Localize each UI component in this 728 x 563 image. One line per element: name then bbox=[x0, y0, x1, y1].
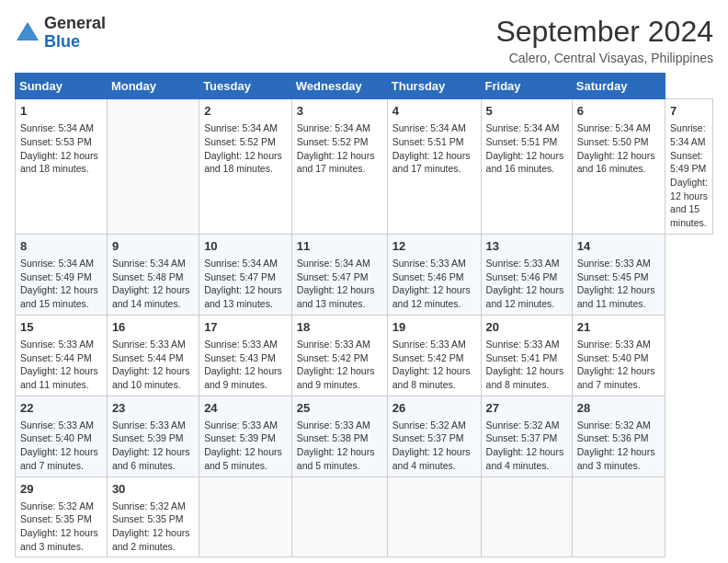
table-row: 7Sunrise: 5:34 AM Sunset: 5:49 PM Daylig… bbox=[665, 99, 713, 235]
table-row: 18Sunrise: 5:33 AM Sunset: 5:42 PM Dayli… bbox=[291, 315, 387, 396]
table-row: 1Sunrise: 5:34 AM Sunset: 5:53 PM Daylig… bbox=[16, 99, 108, 235]
svg-marker-1 bbox=[18, 25, 37, 40]
col-wednesday: Wednesday bbox=[291, 74, 387, 99]
table-row: 10Sunrise: 5:34 AM Sunset: 5:47 PM Dayli… bbox=[199, 234, 292, 315]
logo-text-general: General bbox=[44, 15, 106, 33]
calendar-table: Sunday Monday Tuesday Wednesday Thursday… bbox=[15, 73, 713, 557]
calendar-header-row: Sunday Monday Tuesday Wednesday Thursday… bbox=[16, 74, 713, 99]
table-row: 26Sunrise: 5:32 AM Sunset: 5:37 PM Dayli… bbox=[387, 396, 481, 477]
table-row bbox=[572, 477, 665, 557]
table-row: 11Sunrise: 5:34 AM Sunset: 5:47 PM Dayli… bbox=[291, 234, 387, 315]
table-row bbox=[387, 477, 481, 557]
table-row: 8Sunrise: 5:34 AM Sunset: 5:49 PM Daylig… bbox=[16, 234, 108, 315]
table-row bbox=[199, 477, 292, 557]
table-row: 22Sunrise: 5:33 AM Sunset: 5:40 PM Dayli… bbox=[16, 396, 108, 477]
table-row bbox=[481, 477, 572, 557]
table-row: 9Sunrise: 5:34 AM Sunset: 5:48 PM Daylig… bbox=[107, 234, 199, 315]
title-block: September 2024 Calero, Central Visayas, … bbox=[495, 15, 713, 65]
table-row: 4Sunrise: 5:34 AM Sunset: 5:51 PM Daylig… bbox=[387, 99, 481, 235]
table-row: 6Sunrise: 5:34 AM Sunset: 5:50 PM Daylig… bbox=[572, 99, 665, 235]
table-row: 5Sunrise: 5:34 AM Sunset: 5:51 PM Daylig… bbox=[481, 99, 572, 235]
table-row: 12Sunrise: 5:33 AM Sunset: 5:46 PM Dayli… bbox=[387, 234, 481, 315]
month-title: September 2024 bbox=[495, 15, 713, 49]
table-row: 2Sunrise: 5:34 AM Sunset: 5:52 PM Daylig… bbox=[199, 99, 292, 235]
page-header: General Blue September 2024 Calero, Cent… bbox=[15, 15, 713, 65]
table-row: 17Sunrise: 5:33 AM Sunset: 5:43 PM Dayli… bbox=[199, 315, 292, 396]
table-row: 23Sunrise: 5:33 AM Sunset: 5:39 PM Dayli… bbox=[107, 396, 199, 477]
col-friday: Friday bbox=[481, 74, 572, 99]
table-row: 16Sunrise: 5:33 AM Sunset: 5:44 PM Dayli… bbox=[107, 315, 199, 396]
table-row: 19Sunrise: 5:33 AM Sunset: 5:42 PM Dayli… bbox=[387, 315, 481, 396]
table-row: 30Sunrise: 5:32 AM Sunset: 5:35 PM Dayli… bbox=[107, 477, 199, 557]
logo-text-blue: Blue bbox=[44, 33, 106, 52]
table-row: 21Sunrise: 5:33 AM Sunset: 5:40 PM Dayli… bbox=[572, 315, 665, 396]
location-text: Calero, Central Visayas, Philippines bbox=[495, 51, 713, 65]
table-row: 28Sunrise: 5:32 AM Sunset: 5:36 PM Dayli… bbox=[572, 396, 665, 477]
col-monday: Monday bbox=[107, 74, 199, 99]
logo: General Blue bbox=[15, 15, 106, 52]
table-row: 20Sunrise: 5:33 AM Sunset: 5:41 PM Dayli… bbox=[481, 315, 572, 396]
col-saturday: Saturday bbox=[572, 74, 665, 99]
col-thursday: Thursday bbox=[387, 74, 481, 99]
table-row: 25Sunrise: 5:33 AM Sunset: 5:38 PM Dayli… bbox=[291, 396, 387, 477]
table-row: 3Sunrise: 5:34 AM Sunset: 5:52 PM Daylig… bbox=[291, 99, 387, 235]
table-row: 24Sunrise: 5:33 AM Sunset: 5:39 PM Dayli… bbox=[199, 396, 292, 477]
table-row: 15Sunrise: 5:33 AM Sunset: 5:44 PM Dayli… bbox=[16, 315, 108, 396]
table-row bbox=[107, 99, 199, 235]
col-sunday: Sunday bbox=[16, 74, 108, 99]
table-row bbox=[291, 477, 387, 557]
table-row: 14Sunrise: 5:33 AM Sunset: 5:45 PM Dayli… bbox=[572, 234, 665, 315]
table-row: 27Sunrise: 5:32 AM Sunset: 5:37 PM Dayli… bbox=[481, 396, 572, 477]
table-row: 13Sunrise: 5:33 AM Sunset: 5:46 PM Dayli… bbox=[481, 234, 572, 315]
table-row: 29Sunrise: 5:32 AM Sunset: 5:35 PM Dayli… bbox=[16, 477, 108, 557]
col-tuesday: Tuesday bbox=[199, 74, 292, 99]
logo-icon bbox=[15, 20, 40, 46]
